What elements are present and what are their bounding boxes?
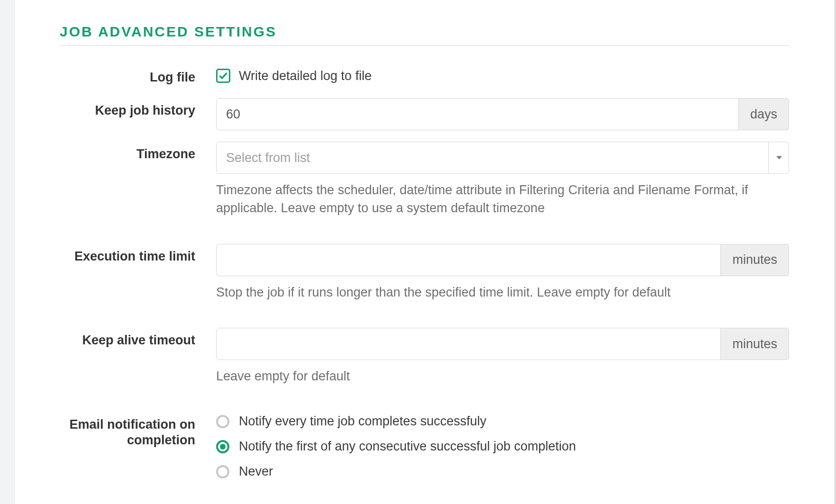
keep-history-unit: days [739,98,789,130]
section-title: JOB ADVANCED SETTINGS [60,24,789,40]
row-log-file: Log file Write detailed log to file [60,65,789,87]
label-keep-alive: Keep alive timeout [60,328,216,348]
settings-panel: JOB ADVANCED SETTINGS Log file Write det… [14,0,836,504]
radio-label: Notify the first of any consecutive succ… [239,439,576,454]
row-keep-alive: Keep alive timeout minutes Leave empty f… [60,328,789,386]
timezone-placeholder: Select from list [226,151,310,165]
log-file-checkbox[interactable] [216,69,230,83]
keep-alive-input[interactable] [216,328,721,360]
radio-label: Never [239,464,273,479]
radio-icon [216,440,229,453]
keep-alive-help: Leave empty for default [216,368,789,386]
log-file-checkbox-label: Write detailed log to file [239,69,372,83]
email-notify-option-1[interactable]: Notify the first of any consecutive succ… [216,439,789,454]
row-keep-history: Keep job history days [60,98,789,130]
radio-icon [216,465,229,478]
email-notify-option-2[interactable]: Never [216,464,789,479]
label-exec-limit: Execution time limit [60,244,216,264]
exec-limit-unit: minutes [721,244,789,276]
exec-limit-input[interactable] [216,244,721,276]
label-timezone: Timezone [60,142,216,162]
check-icon [218,71,228,81]
row-email-notify: Email notification on completion Notify … [60,412,789,479]
timezone-select[interactable]: Select from list [216,142,789,174]
timezone-help: Timezone affects the scheduler, date/tim… [216,181,789,217]
section-divider [60,45,789,46]
label-log-file: Log file [60,65,216,85]
row-timezone: Timezone Select from list Timezone affec… [60,142,789,217]
row-exec-limit: Execution time limit minutes Stop the jo… [60,244,789,302]
email-notify-radio-group: Notify every time job completes successf… [216,412,789,479]
label-email-notify: Email notification on completion [60,412,216,448]
radio-label: Notify every time job completes successf… [239,414,486,429]
label-keep-history: Keep job history [60,98,216,118]
email-notify-option-0[interactable]: Notify every time job completes successf… [216,414,789,429]
exec-limit-help: Stop the job if it runs longer than the … [216,284,789,302]
radio-icon [216,415,229,428]
keep-alive-unit: minutes [721,328,789,360]
keep-history-input[interactable] [216,98,739,130]
